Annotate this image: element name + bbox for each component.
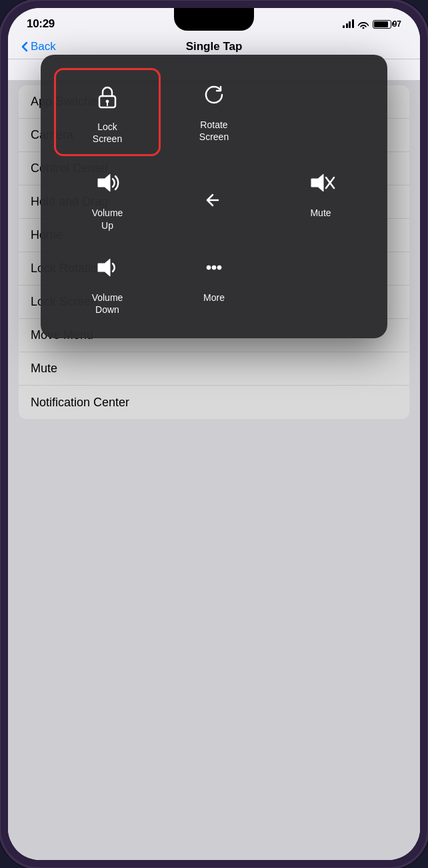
back-label: Back xyxy=(31,40,56,53)
svg-point-8 xyxy=(207,266,211,270)
svg-marker-3 xyxy=(98,174,110,191)
lock-icon xyxy=(93,82,122,115)
volume-down-icon xyxy=(93,253,122,286)
page-title: Single Tap xyxy=(186,40,243,53)
popup-item-volume-down[interactable]: VolumeDown xyxy=(54,241,161,325)
wifi-icon xyxy=(358,20,369,29)
popup-item-volume-up[interactable]: VolumeUp xyxy=(54,156,161,240)
more-icon xyxy=(199,253,229,286)
battery-level: 97 xyxy=(393,19,401,29)
volume-up-icon xyxy=(93,168,122,201)
status-right: 97 xyxy=(343,19,401,29)
status-time: 10:29 xyxy=(27,17,55,31)
svg-point-10 xyxy=(217,266,221,270)
popup-item-rotate-label: RotateScreen xyxy=(199,119,229,143)
popup-item-rotate-screen[interactable]: RotateScreen xyxy=(161,68,267,156)
popup-item-volume-down-label: VolumeDown xyxy=(92,292,123,316)
popup-item-lock-screen[interactable]: LockScreen xyxy=(54,68,161,156)
popup-item-mute[interactable]: Mute xyxy=(267,156,374,240)
popup-item-more-label: More xyxy=(203,292,225,304)
battery-indicator: 97 xyxy=(373,19,401,29)
popup-item-volume-up-label: VolumeUp xyxy=(92,207,123,231)
notch xyxy=(174,8,254,31)
popup-item-mute-label: Mute xyxy=(310,207,331,219)
popup-item-lock-screen-label: LockScreen xyxy=(93,121,122,145)
popup-menu: LockScreen RotateScreen xyxy=(41,55,387,338)
svg-marker-4 xyxy=(311,174,323,191)
signal-icon xyxy=(343,20,354,28)
phone-frame: 10:29 97 xyxy=(0,0,428,868)
svg-point-9 xyxy=(212,266,216,270)
svg-marker-7 xyxy=(98,259,110,276)
rotate-icon xyxy=(199,80,229,113)
screen: 10:29 97 xyxy=(8,8,420,860)
popup-item-more[interactable]: More xyxy=(161,241,267,325)
mute-icon xyxy=(306,168,335,201)
popup-grid: LockScreen RotateScreen xyxy=(54,68,374,325)
popup-back-arrow[interactable] xyxy=(161,156,267,240)
back-button[interactable]: Back xyxy=(21,40,56,53)
